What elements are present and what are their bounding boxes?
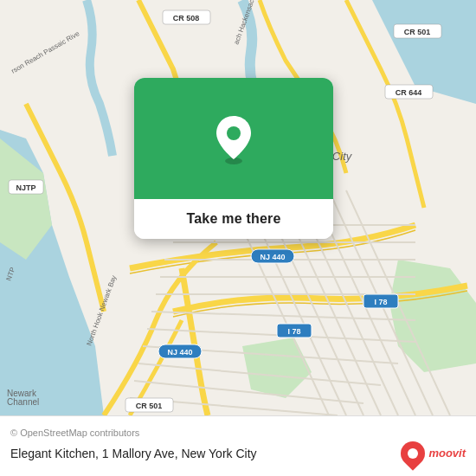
svg-text:CR 644: CR 644	[396, 88, 422, 97]
attribution-row: © OpenStreetMap contributors	[10, 428, 466, 438]
svg-text:CR 501: CR 501	[136, 402, 163, 410]
place-name: Elegant Kitchen, 1 Mallory Ave, New York…	[10, 447, 257, 460]
svg-text:NJ 440: NJ 440	[260, 253, 285, 261]
card-green-background	[134, 78, 333, 199]
moovit-logo: moovit	[401, 441, 466, 466]
svg-text:I 78: I 78	[287, 327, 300, 336]
place-row: Elegant Kitchen, 1 Mallory Ave, New York…	[10, 441, 466, 466]
osm-attribution: © OpenStreetMap contributors	[10, 428, 139, 438]
svg-point-52	[227, 126, 241, 140]
app: CR 508 CR 501 CR 644 NJTP NJ 440 NJ 440 …	[0, 0, 476, 476]
svg-text:CR 508: CR 508	[173, 14, 200, 23]
take-me-there-button[interactable]: Take me there	[134, 199, 333, 239]
map-container: CR 508 CR 501 CR 644 NJTP NJ 440 NJ 440 …	[0, 0, 476, 415]
svg-text:NJ 440: NJ 440	[167, 348, 192, 357]
svg-text:NJTP: NJTP	[16, 183, 35, 192]
bottom-bar: © OpenStreetMap contributors Elegant Kit…	[0, 415, 476, 476]
moovit-icon	[396, 436, 431, 471]
svg-text:I 78: I 78	[374, 298, 387, 306]
moovit-label: moovit	[428, 447, 466, 460]
svg-text:Channel: Channel	[7, 397, 39, 407]
svg-text:CR 501: CR 501	[404, 28, 431, 36]
pin-icon	[211, 113, 256, 164]
card-overlay: Take me there	[134, 78, 333, 239]
